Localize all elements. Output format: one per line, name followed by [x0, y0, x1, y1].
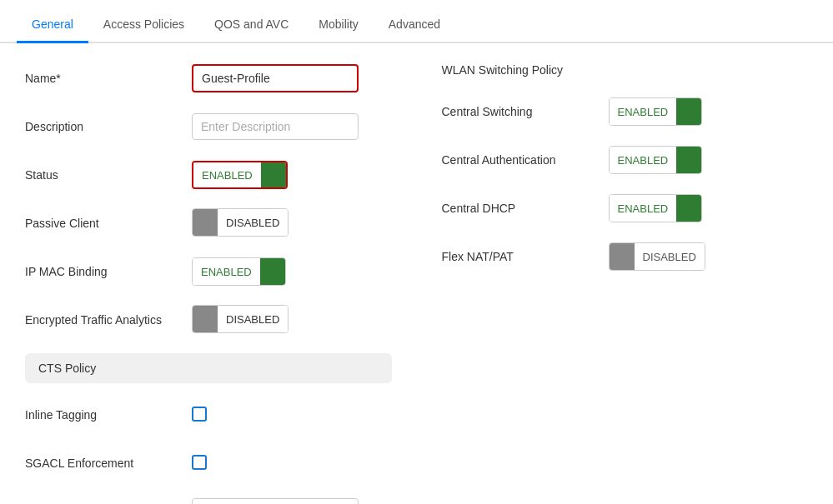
passive-client-control: DISABLED [192, 208, 392, 238]
description-input[interactable] [192, 113, 359, 140]
central-dhcp-toggle[interactable]: ENABLED [609, 194, 703, 222]
passive-client-toggle-label: DISABLED [218, 209, 288, 236]
tab-access-policies[interactable]: Access Policies [88, 7, 199, 43]
ip-mac-row: IP MAC Binding ENABLED [25, 257, 392, 287]
central-switching-label: Central Switching [442, 105, 609, 118]
ip-mac-label: IP MAC Binding [25, 265, 192, 278]
tab-advanced[interactable]: Advanced [374, 7, 455, 43]
status-toggle-label: ENABLED [193, 162, 261, 187]
central-dhcp-row: Central DHCP ENABLED [442, 193, 809, 223]
tab-bar: General Access Policies QOS and AVC Mobi… [0, 0, 833, 43]
ip-mac-toggle-label: ENABLED [193, 258, 260, 285]
passive-client-row: Passive Client DISABLED [25, 208, 392, 238]
name-row: Name* [25, 63, 392, 93]
status-label: Status [25, 168, 192, 182]
central-authentication-toggle[interactable]: ENABLED [609, 146, 703, 174]
central-switching-toggle-indicator [676, 98, 701, 125]
ip-mac-toggle-indicator [260, 258, 285, 285]
inline-tagging-row: Inline Tagging [25, 400, 392, 430]
flex-nat-pat-row: Flex NAT/PAT DISABLED [442, 242, 809, 272]
default-sgt-control [192, 498, 392, 504]
central-authentication-toggle-indicator [676, 147, 701, 173]
encrypted-traffic-toggle-label: DISABLED [218, 306, 288, 332]
encrypted-traffic-toggle[interactable]: DISABLED [192, 305, 289, 333]
sgacl-enforcement-label: SGACL Enforcement [25, 457, 192, 470]
central-dhcp-label: Central DHCP [442, 202, 609, 215]
central-switching-toggle-label: ENABLED [610, 98, 677, 125]
inline-tagging-label: Inline Tagging [25, 408, 192, 422]
name-control [192, 64, 392, 92]
encrypted-traffic-toggle-indicator [193, 306, 218, 332]
central-dhcp-control: ENABLED [609, 194, 703, 222]
central-dhcp-toggle-label: ENABLED [610, 195, 677, 222]
sgacl-enforcement-row: SGACL Enforcement [25, 448, 392, 478]
main-content: Name* Description Status ENABLED Pa [0, 43, 833, 504]
central-authentication-control: ENABLED [609, 146, 703, 174]
central-switching-toggle[interactable]: ENABLED [609, 97, 703, 126]
default-sgt-row: Default SGT [25, 497, 392, 504]
central-switching-row: Central Switching ENABLED [442, 97, 809, 127]
description-control [192, 113, 392, 140]
sgacl-enforcement-checkbox[interactable] [192, 455, 207, 470]
ip-mac-control: ENABLED [192, 257, 392, 286]
passive-client-toggle-indicator [193, 209, 218, 236]
status-row: Status ENABLED [25, 160, 392, 190]
inline-tagging-checkbox[interactable] [192, 407, 207, 422]
status-toggle-indicator [261, 162, 286, 187]
cts-policy-section-header: CTS Policy [25, 353, 392, 383]
central-authentication-label: Central Authentication [442, 153, 609, 167]
name-input[interactable] [192, 64, 359, 92]
passive-client-label: Passive Client [25, 217, 192, 230]
default-sgt-input[interactable] [192, 498, 359, 504]
status-toggle[interactable]: ENABLED [192, 161, 288, 189]
encrypted-traffic-label: Encrypted Traffic Analytics [25, 313, 192, 327]
tab-general[interactable]: General [17, 7, 88, 43]
name-label: Name* [25, 72, 192, 85]
flex-nat-pat-toggle-indicator [610, 243, 635, 270]
wlan-switching-policy-title: WLAN Switching Policy [442, 63, 809, 80]
sgacl-enforcement-control [192, 455, 392, 472]
tab-mobility[interactable]: Mobility [304, 7, 373, 43]
central-dhcp-toggle-indicator [676, 195, 701, 222]
encrypted-traffic-row: Encrypted Traffic Analytics DISABLED [25, 305, 392, 335]
status-control: ENABLED [192, 161, 392, 189]
tab-qos-avc[interactable]: QOS and AVC [199, 7, 304, 43]
right-column: WLAN Switching Policy Central Switching … [442, 63, 809, 504]
flex-nat-pat-control: DISABLED [609, 242, 705, 271]
passive-client-toggle[interactable]: DISABLED [192, 208, 289, 237]
central-switching-control: ENABLED [609, 97, 703, 126]
inline-tagging-control [192, 407, 392, 424]
ip-mac-toggle[interactable]: ENABLED [192, 257, 286, 286]
central-authentication-row: Central Authentication ENABLED [442, 145, 809, 175]
central-authentication-toggle-label: ENABLED [610, 147, 677, 173]
left-column: Name* Description Status ENABLED Pa [25, 63, 392, 504]
flex-nat-pat-toggle[interactable]: DISABLED [609, 242, 705, 271]
description-row: Description [25, 112, 392, 142]
flex-nat-pat-toggle-label: DISABLED [635, 243, 705, 270]
flex-nat-pat-label: Flex NAT/PAT [442, 250, 609, 263]
encrypted-traffic-control: DISABLED [192, 305, 392, 335]
description-label: Description [25, 120, 192, 133]
